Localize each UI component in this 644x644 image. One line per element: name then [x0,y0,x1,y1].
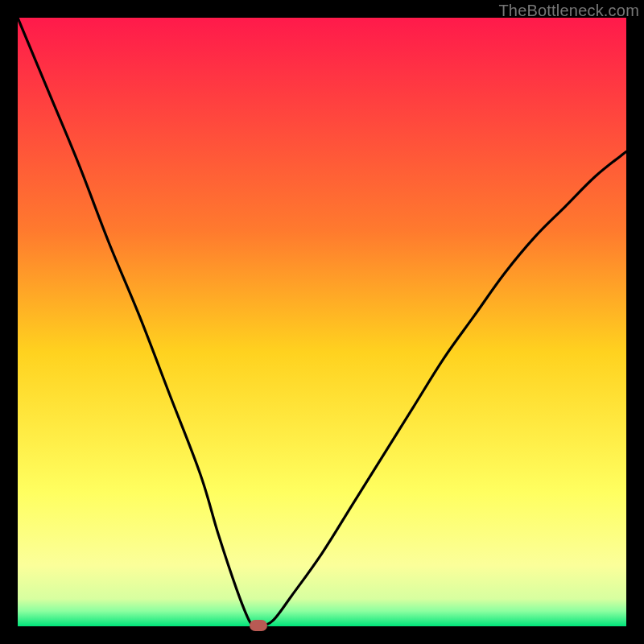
watermark-text: TheBottleneck.com [498,2,639,20]
optimal-point-marker [250,620,267,631]
plot-area [18,18,626,626]
bottleneck-curve [18,18,626,626]
